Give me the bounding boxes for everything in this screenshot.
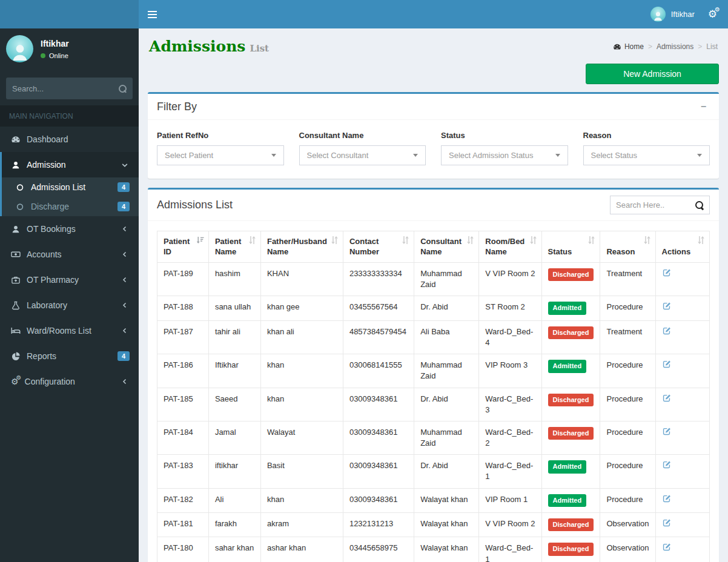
col-header-patient-name[interactable]: Patient Name [208,231,260,263]
cell-patient-id: PAT-183 [157,455,209,488]
cell-room: V VIP Room 2 [479,513,541,537]
table-row: PAT-180 sahar khan ashar khan 0344565897… [157,537,710,562]
status-badge: Discharged [548,543,594,555]
cell-contact: 03009348361 [343,488,414,512]
navbar-user-name: Iftikhar [671,10,695,19]
cell-patient-name: Saeed [208,388,260,421]
cell-consultant: Walayat khan [414,513,479,537]
cell-father-name: khan [260,488,343,512]
col-header-reason[interactable]: Reason [600,231,655,263]
sidebar-toggle-button[interactable] [139,3,166,26]
sidebar-item-label: Reports [27,351,111,361]
admissions-table: Patient ID Patient Name Father/Husband N… [157,231,710,562]
sidebar-item-label: Accounts [27,250,114,259]
sidebar-item-ward-rooms-list[interactable]: Ward/Rooms List [0,318,139,343]
flask-icon [11,301,21,310]
col-header-consultant[interactable]: Consultant Name [414,231,479,263]
edit-icon[interactable] [662,494,671,503]
caret-down-icon [555,154,560,157]
cell-patient-id: PAT-180 [157,537,209,562]
sort-icon [643,236,651,247]
search-icon[interactable] [695,201,704,210]
sidebar-item-label: OT Pharmacy [27,275,114,285]
sidebar-item-dashboard[interactable]: Dashboard [0,127,139,152]
edit-icon[interactable] [662,326,671,336]
chevron-down-icon [120,162,130,168]
sidebar-item-accounts[interactable]: Accounts [0,242,139,267]
status-select[interactable]: Select Admission Status [441,145,568,165]
reason-select[interactable]: Select Status [583,145,710,165]
cell-patient-name: hashim [208,263,260,296]
gauge-icon [613,42,621,51]
sort-icon [248,236,256,247]
breadcrumb-current: List [706,42,718,51]
col-header-status[interactable]: Status [541,231,600,263]
table-row: PAT-183 iftikhar Basit 03009348361 Dr. A… [157,455,710,488]
new-admission-button[interactable]: New Admission [586,64,719,84]
breadcrumb-admissions-link[interactable]: Admissions [657,42,693,51]
sidebar-item-admission[interactable]: Admission Admission List 4 Discharge 4 [0,152,139,216]
col-header-contact[interactable]: Contact Number [343,231,414,263]
patient-select[interactable]: Select Patient [157,145,284,165]
sidebar-item-ot-pharmacy[interactable]: OT Pharmacy [0,267,139,293]
col-header-room[interactable]: Room/Bed Name [479,231,541,263]
table-row: PAT-185 Saeed khan 03009348361 Dr. Abid … [157,388,710,421]
cell-consultant: Muhammad Zaid [414,263,479,296]
filter-field-status: Status Select Admission Status [441,127,568,165]
sidebar-search-input[interactable] [12,84,119,93]
cell-contact: 1232131213 [343,513,414,537]
sidebar-item-reports[interactable]: Reports 4 [0,343,139,369]
status-badge: Discharged [548,326,594,339]
page-title-block: AdmissionsList [149,38,269,55]
cell-patient-id: PAT-189 [157,263,209,296]
cell-patient-name: Iftikhar [208,354,260,388]
edit-icon[interactable] [662,302,671,311]
cell-patient-name: sahar khan [208,537,260,562]
edit-icon[interactable] [662,394,671,403]
col-header-father-name[interactable]: Father/Husband Name [260,231,343,263]
cell-patient-id: PAT-186 [157,354,209,388]
edit-icon[interactable] [662,427,671,436]
cell-room: Ward-C_Bed-2 [479,421,541,454]
edit-icon[interactable] [662,543,671,552]
table-row: PAT-181 farakh akram 1232131213 Walayat … [157,513,710,537]
filter-label: Consultant Name [299,131,426,140]
sidebar-item-admission-list[interactable]: Admission List 4 [2,177,139,197]
cell-patient-name: iftikhar [208,455,260,488]
sidebar-item-ot-bookings[interactable]: OT Bookings [0,216,139,242]
edit-icon[interactable] [662,268,671,277]
collapse-button[interactable] [697,100,710,113]
filter-label: Patient RefNo [157,131,284,140]
breadcrumb-home-link[interactable]: Home [613,42,644,51]
col-header-actions[interactable]: Actions [655,231,709,263]
cell-consultant: Walayat khan [414,488,479,512]
cell-reason: Procedure [600,354,655,388]
user-menu[interactable]: Iftikhar [650,7,695,22]
sidebar-item-laboratory[interactable]: Laboratory [0,293,139,318]
sidebar-item-discharge[interactable]: Discharge 4 [2,197,139,216]
edit-icon[interactable] [662,460,671,469]
cell-consultant: Dr. Abid [414,296,479,320]
online-label: Online [49,52,68,59]
settings-gears-icon[interactable] [708,9,717,19]
status-badge: Admitted [548,302,587,314]
sidebar-item-configuration[interactable]: Configuration [0,369,139,394]
cell-contact: 233333333334 [343,263,414,296]
filter-label: Status [441,131,568,140]
breadcrumb: Home > Admissions > List [613,42,718,51]
cell-contact: 4857384579454 [343,320,414,354]
edit-icon[interactable] [662,360,671,369]
logo-area[interactable] [0,0,139,28]
cell-father-name: khan gee [260,296,343,320]
cell-room: Ward-C_Bed-1 [479,537,541,562]
status-badge: Discharged [548,518,594,531]
cell-contact: 03009348361 [343,421,414,454]
table-search-input[interactable] [616,200,695,210]
cell-room: Ward-C_Bed-3 [479,388,541,421]
col-header-patient-id[interactable]: Patient ID [157,231,209,263]
search-icon[interactable] [119,85,127,93]
cell-consultant: Walayat khan [414,537,479,562]
edit-icon[interactable] [662,518,671,527]
sidebar-user-name: Iftikhar [41,39,69,48]
consultant-select[interactable]: Select Consultant [299,145,426,165]
